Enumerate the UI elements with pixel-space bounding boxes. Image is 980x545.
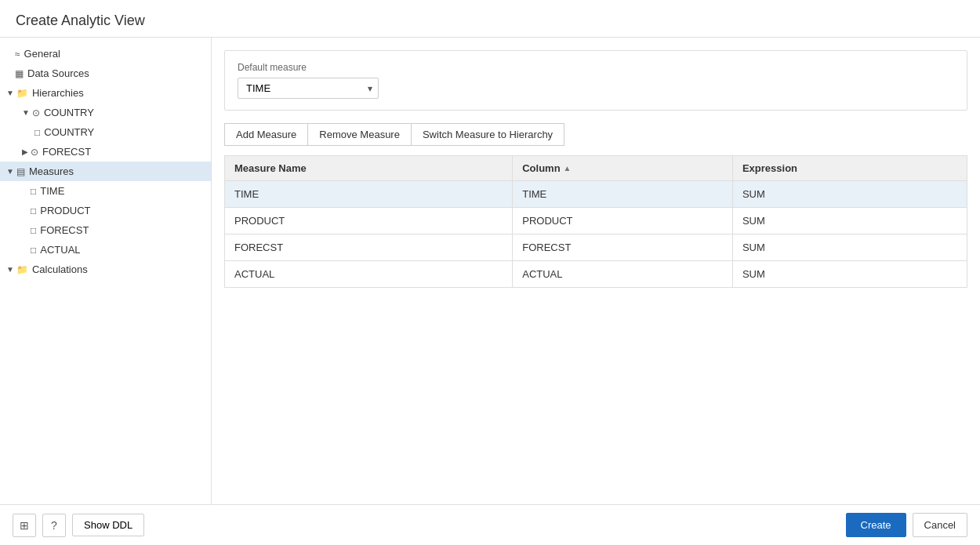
- sidebar-label-forecst-measure: FORECST: [40, 224, 89, 236]
- remove-measure-button[interactable]: Remove Measure: [308, 123, 412, 146]
- page-header: Create Analytic View: [0, 0, 980, 38]
- sortable-header: Column ▲: [522, 162, 571, 174]
- cell-column-3: ACTUAL: [513, 261, 733, 288]
- cell-measure-name-3: ACTUAL: [225, 261, 513, 288]
- measures-table: Measure Name Column ▲ ExpressionTIMETIME…: [224, 155, 967, 288]
- create-button[interactable]: Create: [846, 513, 906, 537]
- sidebar-item-hierarchies[interactable]: ▼📁Hierarchies: [0, 83, 211, 103]
- sidebar-label-general: General: [24, 48, 60, 60]
- cell-measure-name-2: FORECST: [225, 234, 513, 261]
- sidebar-item-calculations[interactable]: ▼📁Calculations: [0, 260, 211, 279]
- cell-column-2: FORECST: [513, 234, 733, 261]
- sidebar-item-general[interactable]: ▶≈General: [0, 44, 211, 64]
- item-icon: □: [31, 205, 36, 216]
- sidebar-item-product-measure[interactable]: ▶□PRODUCT: [0, 201, 211, 220]
- expand-arrow-measures: ▼: [6, 167, 14, 176]
- show-ddl-button[interactable]: Show DDL: [72, 514, 144, 536]
- footer: ⊞ ? Show DDL Create Cancel: [0, 504, 980, 545]
- footer-right: Create Cancel: [846, 513, 968, 537]
- hierarchy-icon: ⊙: [31, 147, 38, 158]
- default-measure-select[interactable]: TIME: [238, 78, 379, 99]
- expand-arrow-forecst-hierarchy: ▶: [22, 147, 28, 156]
- hierarchy-icon: ⊙: [32, 107, 40, 118]
- measures-toolbar: Add Measure Remove Measure Switch Measur…: [224, 123, 967, 146]
- sidebar-item-country-hierarchy[interactable]: ▼⊙COUNTRY: [0, 103, 211, 122]
- sidebar-item-time-measure[interactable]: ▶□TIME: [0, 181, 211, 201]
- sidebar-label-country-hierarchy: COUNTRY: [44, 107, 94, 118]
- cell-measure-name-0: TIME: [225, 181, 513, 208]
- sidebar-label-calculations: Calculations: [32, 263, 88, 275]
- measures-icon: ▤: [16, 166, 25, 177]
- expand-arrow-country-hierarchy: ▼: [22, 108, 30, 117]
- sidebar-item-data-sources[interactable]: ▶▦Data Sources: [0, 64, 211, 83]
- network-icon: ⊞: [20, 519, 29, 532]
- table-row[interactable]: FORECSTFORECSTSUM: [225, 234, 967, 261]
- expand-arrow-hierarchies: ▼: [6, 89, 14, 97]
- sidebar-label-country-item: COUNTRY: [44, 126, 94, 138]
- cell-expression-2: SUM: [732, 234, 967, 261]
- expand-arrow-calculations: ▼: [6, 265, 14, 274]
- cell-measure-name-1: PRODUCT: [225, 208, 513, 234]
- default-measure-section: Default measure TIME ▾: [224, 50, 967, 111]
- footer-left: ⊞ ? Show DDL: [13, 514, 144, 537]
- sidebar-item-forecst-hierarchy[interactable]: ▶⊙FORECST: [0, 142, 211, 162]
- sidebar-label-time-measure: TIME: [40, 185, 64, 197]
- item-icon: □: [34, 127, 40, 138]
- sidebar-item-measures[interactable]: ▼▤Measures: [0, 162, 211, 181]
- sidebar-label-data-sources: Data Sources: [27, 67, 89, 79]
- cell-column-0: TIME: [513, 181, 733, 208]
- sidebar-label-actual-measure: ACTUAL: [40, 244, 80, 256]
- sort-icon-column: ▲: [564, 164, 572, 173]
- sidebar-label-hierarchies: Hierarchies: [32, 87, 84, 99]
- content-area: Default measure TIME ▾ Add Measure Remov…: [212, 38, 980, 504]
- sidebar-label-forecst-hierarchy: FORECST: [42, 146, 91, 158]
- item-icon: □: [31, 225, 36, 236]
- main-layout: ▶≈General▶▦Data Sources▼📁Hierarchies▼⊙CO…: [0, 38, 980, 504]
- item-icon: □: [31, 186, 36, 197]
- page-title: Create Analytic View: [16, 13, 964, 29]
- col-header-measure_name: Measure Name: [225, 156, 513, 181]
- cell-column-1: PRODUCT: [513, 208, 733, 234]
- folder-icon: 📁: [16, 264, 28, 275]
- help-icon-button[interactable]: ?: [42, 514, 66, 537]
- cell-expression-1: SUM: [732, 208, 967, 234]
- default-measure-label: Default measure: [238, 62, 954, 73]
- sidebar-item-actual-measure[interactable]: ▶□ACTUAL: [0, 240, 211, 260]
- sidebar-item-country-item[interactable]: □COUNTRY: [0, 122, 211, 142]
- folder-icon: 📁: [16, 88, 28, 99]
- sidebar: ▶≈General▶▦Data Sources▼📁Hierarchies▼⊙CO…: [0, 38, 212, 504]
- general-icon: ≈: [15, 49, 20, 60]
- cancel-button[interactable]: Cancel: [913, 513, 967, 537]
- table-row[interactable]: ACTUALACTUALSUM: [225, 261, 967, 288]
- col-header-column[interactable]: Column ▲: [513, 156, 733, 181]
- sidebar-item-forecst-measure[interactable]: ▶□FORECST: [0, 220, 211, 240]
- col-label-column: Column: [522, 162, 560, 174]
- help-icon: ?: [51, 519, 57, 532]
- item-icon: □: [31, 245, 36, 256]
- network-icon-button[interactable]: ⊞: [13, 514, 36, 537]
- add-measure-button[interactable]: Add Measure: [224, 123, 308, 146]
- datasources-icon: ▦: [15, 68, 24, 79]
- col-header-expression: Expression: [732, 156, 967, 181]
- cell-expression-0: SUM: [732, 181, 967, 208]
- sidebar-label-measures: Measures: [29, 165, 74, 177]
- cell-expression-3: SUM: [732, 261, 967, 288]
- table-row[interactable]: TIMETIMESUM: [225, 181, 967, 208]
- table-row[interactable]: PRODUCTPRODUCTSUM: [225, 208, 967, 234]
- sidebar-label-product-measure: PRODUCT: [40, 205, 90, 216]
- default-measure-select-wrapper: TIME ▾: [238, 78, 379, 99]
- switch-measure-button[interactable]: Switch Measure to Hierarchy: [412, 123, 564, 146]
